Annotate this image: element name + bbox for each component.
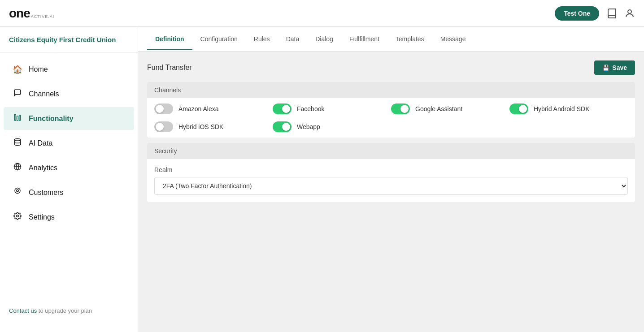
toggle-hybrid-ios[interactable]: [154, 121, 173, 132]
realm-label: Realm: [154, 166, 628, 173]
channel-label-amazon-alexa: Amazon Alexa: [178, 105, 219, 112]
tab-templates[interactable]: Templates: [387, 28, 432, 50]
channel-google-assistant: Google Assistant: [391, 103, 509, 114]
toggle-facebook[interactable]: [273, 103, 292, 114]
tab-configuration[interactable]: Configuration: [192, 28, 246, 50]
page-content: Fund Transfer 💾 Save Channels A: [138, 52, 644, 332]
tab-rules[interactable]: Rules: [246, 28, 278, 50]
channel-amazon-alexa: Amazon Alexa: [154, 103, 273, 114]
channel-hybrid-ios: Hybrid iOS SDK: [154, 121, 273, 132]
tab-data[interactable]: Data: [278, 28, 308, 50]
channel-label-hybrid-android: Hybrid Android SDK: [534, 105, 590, 112]
tabs-bar: Definition Configuration Rules Data Dial…: [138, 27, 644, 52]
sidebar-item-label-settings: Settings: [29, 213, 55, 221]
header-right: Test One: [555, 6, 635, 21]
toggle-facebook-slider: [273, 103, 292, 114]
org-name: Citizens Equity First Credit Union: [0, 36, 138, 53]
sidebar-item-label-analytics: Analytics: [29, 164, 57, 172]
sidebar-item-analytics[interactable]: Analytics: [4, 156, 134, 179]
analytics-icon: [13, 163, 22, 173]
tab-definition[interactable]: Definition: [147, 28, 192, 50]
user-icon: [624, 8, 635, 19]
svg-point-0: [628, 10, 631, 13]
channel-label-webapp: Webapp: [297, 123, 320, 130]
toggle-hybrid-ios-slider: [154, 121, 173, 132]
tab-fullfillment[interactable]: Fullfillment: [341, 28, 387, 50]
sidebar: Citizens Equity First Credit Union 🏠 Hom…: [0, 27, 138, 332]
sidebar-item-label-customers: Customers: [29, 189, 63, 197]
sidebar-item-functionality[interactable]: Functionality: [4, 107, 134, 130]
home-icon: 🏠: [13, 65, 22, 74]
book-icon: [606, 8, 617, 19]
svg-point-9: [17, 215, 19, 217]
book-icon-button[interactable]: [606, 8, 617, 19]
settings-icon: [13, 212, 22, 222]
toggle-hybrid-android-slider: [509, 103, 528, 114]
channel-hybrid-android: Hybrid Android SDK: [509, 103, 628, 114]
contact-us-link[interactable]: Contact us: [9, 307, 37, 314]
realm-select[interactable]: 2FA (Two Factor Authentication) None Sin…: [154, 177, 628, 195]
functionality-icon: [13, 113, 22, 124]
sidebar-item-home[interactable]: 🏠 Home: [4, 58, 134, 81]
ai-data-icon: [13, 138, 22, 148]
sidebar-footer-text: to upgrade your plan: [39, 307, 92, 314]
user-icon-button[interactable]: [624, 8, 635, 19]
sidebar-item-label-home: Home: [29, 65, 48, 73]
toggle-webapp-slider: [273, 121, 292, 132]
channel-label-hybrid-ios: Hybrid iOS SDK: [178, 123, 223, 130]
page-title-row: Fund Transfer 💾 Save: [147, 60, 635, 75]
svg-rect-2: [17, 116, 18, 121]
svg-rect-1: [14, 114, 16, 121]
page-title: Fund Transfer: [147, 64, 192, 72]
top-header: one ACTIVE.AI Test One: [0, 0, 644, 27]
channels-grid: Amazon Alexa Facebook: [147, 98, 635, 138]
channel-label-google-assistant: Google Assistant: [415, 105, 462, 112]
test-one-button[interactable]: Test One: [555, 6, 599, 21]
sidebar-item-channels[interactable]: Channels: [4, 82, 134, 105]
tab-dialog[interactable]: Dialog: [307, 28, 341, 50]
svg-point-4: [14, 139, 21, 141]
save-icon: 💾: [602, 65, 609, 71]
sidebar-footer: Contact us to upgrade your plan: [0, 298, 138, 323]
customers-icon: [13, 187, 22, 198]
tab-message[interactable]: Message: [432, 28, 474, 50]
svg-rect-3: [19, 115, 21, 121]
main-layout: Citizens Equity First Credit Union 🏠 Hom…: [0, 27, 644, 332]
toggle-google-assistant-slider: [391, 103, 410, 114]
channel-webapp: Webapp: [273, 121, 391, 132]
sidebar-item-label-functionality: Functionality: [29, 115, 74, 123]
logo-sub: ACTIVE.AI: [31, 14, 55, 19]
sidebar-item-label-ai-data: AI Data: [29, 139, 52, 147]
svg-point-7: [17, 190, 19, 192]
security-body: Realm 2FA (Two Factor Authentication) No…: [147, 159, 635, 202]
save-label: Save: [612, 64, 627, 71]
sidebar-item-customers[interactable]: Customers: [4, 181, 134, 204]
security-card-header: Security: [147, 143, 635, 159]
svg-point-8: [15, 188, 20, 194]
channels-card: Channels Amazon Alexa: [147, 82, 635, 138]
security-card: Security Realm 2FA (Two Factor Authentic…: [147, 143, 635, 202]
channel-facebook: Facebook: [273, 103, 391, 114]
logo: one ACTIVE.AI: [9, 7, 54, 20]
sidebar-item-ai-data[interactable]: AI Data: [4, 132, 134, 155]
channels-icon: [13, 89, 22, 99]
toggle-amazon-alexa[interactable]: [154, 103, 173, 114]
logo-text: one: [9, 7, 30, 20]
toggle-google-assistant[interactable]: [391, 103, 410, 114]
toggle-webapp[interactable]: [273, 121, 292, 132]
save-button[interactable]: 💾 Save: [594, 60, 635, 75]
content-area: Definition Configuration Rules Data Dial…: [138, 27, 644, 332]
channel-label-facebook: Facebook: [297, 105, 324, 112]
sidebar-item-label-channels: Channels: [29, 90, 59, 98]
toggle-hybrid-android[interactable]: [509, 103, 528, 114]
channels-card-header: Channels: [147, 82, 635, 98]
sidebar-item-settings[interactable]: Settings: [4, 206, 134, 229]
toggle-amazon-alexa-slider: [154, 103, 173, 114]
